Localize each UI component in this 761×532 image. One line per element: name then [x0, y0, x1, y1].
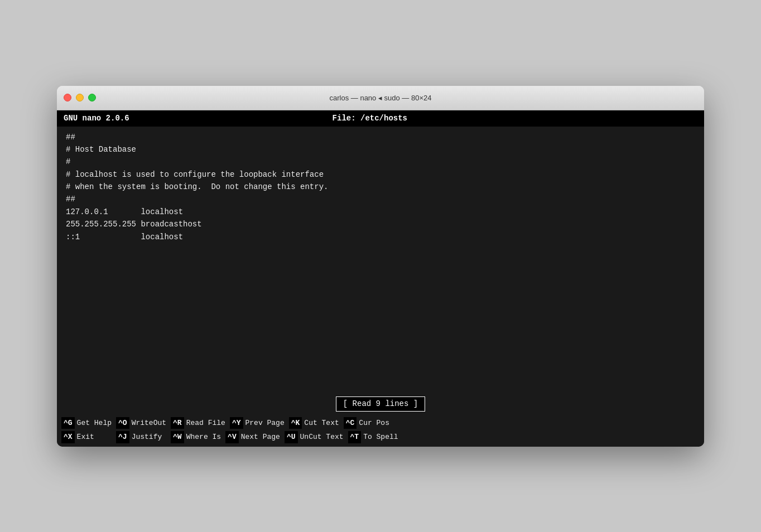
status-message: [ Read 9 lines ]	[336, 396, 425, 412]
key-read-file: ^R	[171, 417, 184, 429]
footer-item-cur-pos[interactable]: ^C Cur Pos	[344, 417, 389, 429]
file-content: ## # Host Database # # localhost is used…	[66, 131, 695, 244]
key-exit: ^X	[61, 431, 75, 443]
nano-content[interactable]: ## # Host Database # # localhost is used…	[57, 127, 704, 394]
title-bar: carlos — nano ◂ sudo — 80×24	[57, 86, 704, 110]
footer-item-prev-page[interactable]: ^Y Prev Page	[230, 417, 285, 429]
minimize-button[interactable]	[76, 94, 84, 101]
nano-footer: ^G Get Help ^O WriteOut ^R Read File ^Y …	[57, 414, 704, 447]
key-cur-pos: ^C	[344, 417, 357, 429]
key-prev-page: ^Y	[230, 417, 243, 429]
footer-item-uncut-text[interactable]: ^U UnCut Text	[285, 431, 344, 443]
terminal: GNU nano 2.0.6 File: /etc/hosts ## # Hos…	[57, 110, 704, 447]
label-read-file: Read File	[186, 418, 225, 429]
label-justify: Justify	[132, 432, 166, 443]
label-to-spell: To Spell	[363, 432, 398, 443]
key-cut-text: ^K	[289, 417, 302, 429]
label-next-page: Next Page	[241, 432, 280, 443]
key-to-spell: ^T	[348, 431, 362, 443]
nano-status: [ Read 9 lines ]	[57, 394, 704, 414]
label-uncut-text: UnCut Text	[300, 432, 344, 443]
footer-row-1: ^G Get Help ^O WriteOut ^R Read File ^Y …	[61, 416, 700, 431]
window-title: carlos — nano ◂ sudo — 80×24	[330, 94, 432, 102]
close-button[interactable]	[64, 94, 71, 101]
key-next-page: ^V	[225, 431, 239, 443]
key-justify: ^J	[116, 431, 129, 443]
window: carlos — nano ◂ sudo — 80×24 GNU nano 2.…	[57, 86, 704, 447]
label-where-is: Where Is	[186, 432, 221, 443]
key-get-help: ^G	[61, 417, 75, 429]
footer-item-next-page[interactable]: ^V Next Page	[225, 431, 280, 443]
footer-item-get-help[interactable]: ^G Get Help	[61, 417, 112, 429]
key-writeout: ^O	[116, 417, 129, 429]
footer-row-2: ^X Exit ^J Justify ^W Where Is ^V Next P…	[61, 430, 700, 444]
traffic-lights	[64, 94, 96, 101]
footer-item-writeout[interactable]: ^O WriteOut	[116, 417, 166, 429]
footer-item-exit[interactable]: ^X Exit	[61, 431, 112, 443]
key-where-is: ^W	[171, 431, 184, 443]
key-uncut-text: ^U	[285, 431, 298, 443]
label-exit: Exit	[77, 432, 112, 443]
footer-item-to-spell[interactable]: ^T To Spell	[348, 431, 398, 443]
label-cur-pos: Cur Pos	[359, 418, 389, 429]
label-cut-text: Cut Text	[304, 418, 339, 429]
maximize-button[interactable]	[88, 94, 96, 101]
footer-item-cut-text[interactable]: ^K Cut Text	[289, 417, 339, 429]
nano-header: GNU nano 2.0.6 File: /etc/hosts	[57, 110, 704, 127]
footer-item-where-is[interactable]: ^W Where Is	[171, 431, 221, 443]
label-prev-page: Prev Page	[245, 418, 285, 429]
footer-item-read-file[interactable]: ^R Read File	[171, 417, 225, 429]
label-writeout: WriteOut	[132, 418, 166, 429]
footer-item-justify[interactable]: ^J Justify	[116, 431, 166, 443]
nano-filename: File: /etc/hosts	[129, 113, 610, 124]
label-get-help: Get Help	[77, 418, 112, 429]
nano-version: GNU nano 2.0.6	[61, 113, 129, 124]
